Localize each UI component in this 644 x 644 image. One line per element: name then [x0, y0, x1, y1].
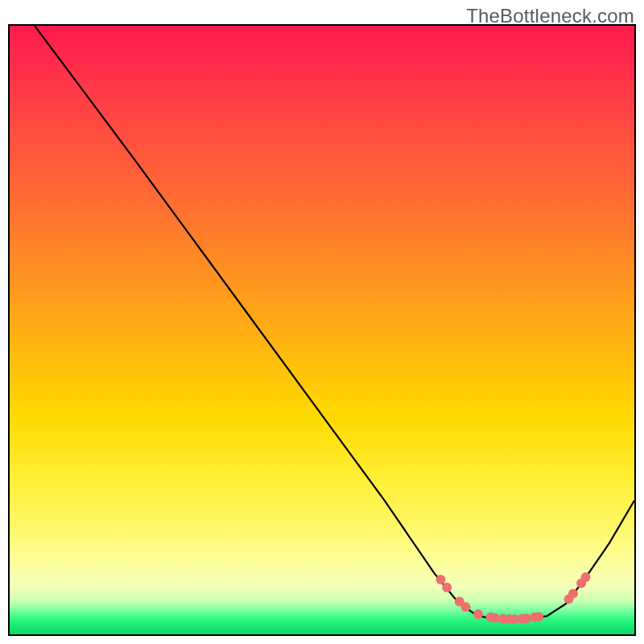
- chart-svg: [10, 26, 634, 634]
- data-marker: [442, 583, 452, 592]
- bottleneck-curve: [35, 26, 634, 619]
- watermark-label: TheBottleneck.com: [466, 5, 634, 27]
- plot-area: [8, 24, 636, 636]
- data-marker: [522, 613, 531, 623]
- data-marker: [490, 613, 500, 623]
- data-marker: [581, 572, 591, 582]
- data-marker: [436, 575, 445, 584]
- data-marker: [568, 588, 578, 598]
- data-marker: [461, 602, 471, 612]
- chart-container: TheBottleneck.com: [0, 0, 644, 644]
- data-marker: [473, 609, 483, 619]
- data-marker: [534, 612, 543, 621]
- data-markers: [436, 572, 590, 624]
